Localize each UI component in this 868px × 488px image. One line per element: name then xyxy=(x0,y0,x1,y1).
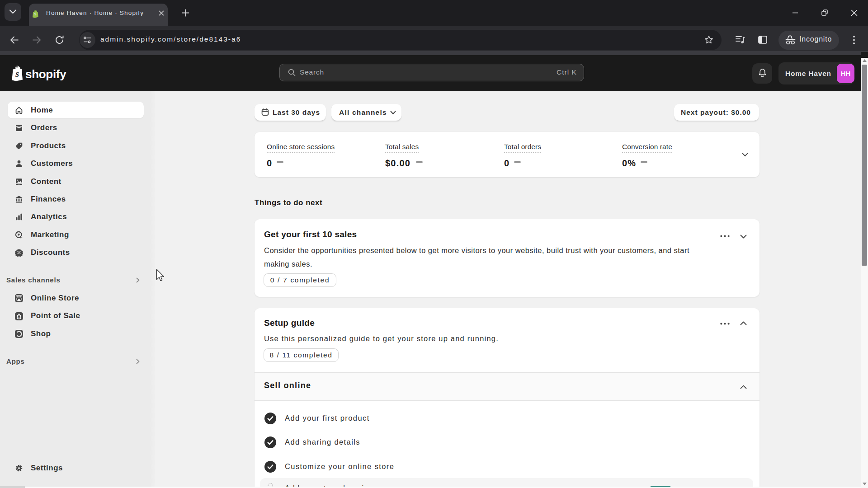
svg-text:S: S xyxy=(34,12,36,16)
svg-text:s: s xyxy=(18,315,20,319)
svg-text:S: S xyxy=(15,71,19,78)
